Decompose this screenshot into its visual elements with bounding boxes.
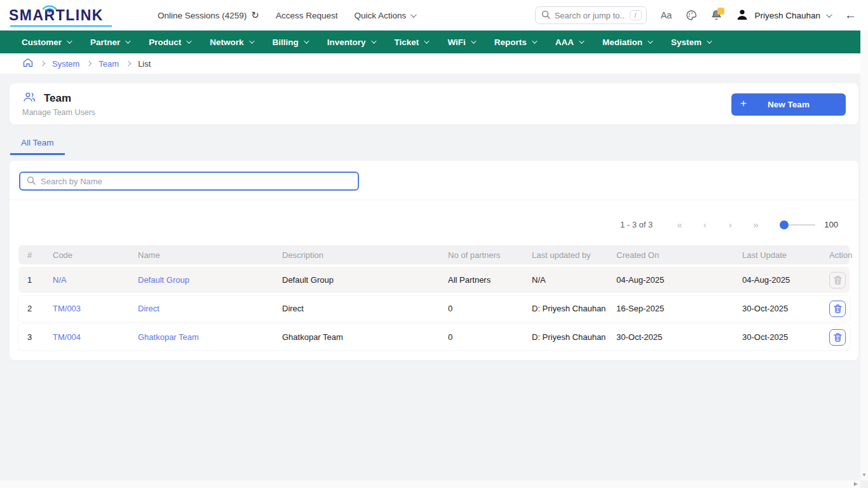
chevron-down-icon xyxy=(410,11,417,18)
pagination: 1 - 3 of 3 « ‹ › » 100 xyxy=(10,200,858,238)
cell-updated-by: D: Priyesh Chauhan xyxy=(523,332,607,342)
slider-thumb[interactable] xyxy=(780,220,789,229)
scroll-down-arrow-icon[interactable]: ▼ xyxy=(862,473,867,478)
chevron-down-icon xyxy=(186,38,191,43)
cell-partners: 0 xyxy=(439,332,523,342)
pagination-last-button[interactable]: » xyxy=(743,219,768,230)
cell-partners: All Partners xyxy=(439,275,523,285)
cell-name-link[interactable]: Default Group xyxy=(129,275,273,285)
page-title: Team xyxy=(44,92,71,105)
home-icon[interactable] xyxy=(23,58,33,69)
pagination-range: 1 - 3 of 3 xyxy=(620,220,653,229)
horizontal-scrollbar[interactable] xyxy=(0,480,868,488)
user-menu[interactable]: Priyesh Chauhan xyxy=(736,8,831,23)
vertical-scrollbar[interactable] xyxy=(860,0,868,488)
logo-underline xyxy=(10,25,112,27)
pagination-next-button[interactable]: › xyxy=(717,219,743,230)
search-icon xyxy=(541,10,550,21)
main-content: Team Manage Team Users + New Team All Te… xyxy=(0,74,868,360)
logo-text: SMARTLINK xyxy=(9,8,121,23)
cell-index: 2 xyxy=(18,304,44,313)
delete-team-button[interactable] xyxy=(829,301,846,317)
col-header-updated-by: Last updated by xyxy=(523,250,607,260)
page-size-slider[interactable] xyxy=(780,220,815,229)
table-header-row: # Code Name Description No of partners L… xyxy=(18,245,850,264)
cell-code-link[interactable]: TM/004 xyxy=(44,332,129,342)
nav-item-aaa[interactable]: AAA xyxy=(555,37,583,47)
breadcrumb-separator xyxy=(40,61,45,66)
breadcrumb: System Team List xyxy=(0,53,868,74)
search-icon xyxy=(27,176,36,187)
nav-item-system[interactable]: System xyxy=(671,37,710,47)
nav-item-product[interactable]: Product xyxy=(149,37,190,47)
breadcrumb-list: List xyxy=(138,59,151,69)
chevron-down-icon xyxy=(125,38,130,43)
cell-index: 3 xyxy=(18,332,44,342)
col-header-description: Description xyxy=(273,250,439,260)
chevron-down-icon xyxy=(67,38,72,43)
access-request-link[interactable]: Access Request xyxy=(276,11,338,20)
nav-item-reports[interactable]: Reports xyxy=(494,37,536,47)
breadcrumb-team[interactable]: Team xyxy=(98,59,119,69)
plus-icon: + xyxy=(740,97,747,110)
quick-actions-menu[interactable]: Quick Actions xyxy=(354,11,415,20)
online-sessions[interactable]: Online Sessions (4259) ↻ xyxy=(158,10,259,21)
notification-badge xyxy=(717,8,724,15)
search-by-name-input[interactable] xyxy=(41,177,351,186)
smartlink-logo[interactable]: SMARTLINK xyxy=(9,8,121,23)
theme-palette-icon[interactable] xyxy=(686,10,697,21)
nav-item-billing[interactable]: Billing xyxy=(273,37,308,47)
global-search-input[interactable]: Search or jump to... / xyxy=(535,6,647,24)
user-name: Priyesh Chauhan xyxy=(754,11,820,20)
chevron-down-icon xyxy=(648,38,653,43)
top-header: SMARTLINK Online Sessions (4259) ↻ Acces… xyxy=(0,0,868,30)
pagination-first-button[interactable]: « xyxy=(667,219,692,230)
col-header-index: # xyxy=(18,250,44,260)
nav-item-network[interactable]: Network xyxy=(210,37,252,47)
online-sessions-label: Online Sessions (4259) xyxy=(158,11,247,20)
col-header-partners: No of partners xyxy=(439,250,523,260)
page-size-value: 100 xyxy=(824,220,838,229)
col-header-created-on: Created On xyxy=(607,250,733,260)
avatar-icon xyxy=(736,8,749,23)
page-subtitle: Manage Team Users xyxy=(22,108,95,117)
cell-created-on: 04-Aug-2025 xyxy=(607,275,733,285)
wifi-signal-icon xyxy=(41,3,58,15)
new-team-button[interactable]: + New Team xyxy=(731,93,846,116)
cell-name-link[interactable]: Direct xyxy=(129,304,273,313)
col-header-name: Name xyxy=(129,250,273,260)
nav-item-wifi[interactable]: WiFi xyxy=(447,37,474,47)
breadcrumb-system[interactable]: System xyxy=(52,59,79,69)
col-header-last-update: Last Update xyxy=(733,250,820,260)
global-search-placeholder: Search or jump to... xyxy=(555,11,625,20)
cell-created-on: 30-Oct-2025 xyxy=(607,332,733,342)
nav-item-inventory[interactable]: Inventory xyxy=(327,37,375,47)
scrollbar-corner xyxy=(860,480,868,488)
cell-name-link[interactable]: Ghatkopar Team xyxy=(129,332,273,342)
cell-code-link[interactable]: TM/003 xyxy=(44,304,129,313)
table-row: 3 TM/004 Ghatkopar Team Ghatkopar Team 0… xyxy=(18,324,850,350)
pagination-prev-button[interactable]: ‹ xyxy=(692,219,717,230)
nav-item-partner[interactable]: Partner xyxy=(90,37,129,47)
team-tabs: All Team xyxy=(10,133,858,155)
back-arrow-icon[interactable]: ← xyxy=(844,8,857,22)
tab-all-team[interactable]: All Team xyxy=(10,133,65,155)
cell-description: Direct xyxy=(273,304,439,313)
cell-updated-by: D: Priyesh Chauhan xyxy=(523,304,607,313)
col-header-action: Action xyxy=(820,250,850,260)
slash-key-hint: / xyxy=(630,10,642,20)
font-size-toggle[interactable]: Aa xyxy=(661,10,672,20)
nav-item-mediation[interactable]: Mediation xyxy=(602,37,651,47)
nav-item-ticket[interactable]: Ticket xyxy=(395,37,428,47)
scroll-right-arrow-icon[interactable]: ▶ xyxy=(854,482,858,487)
refresh-icon[interactable]: ↻ xyxy=(251,10,259,21)
delete-team-button[interactable] xyxy=(829,329,846,346)
breadcrumb-separator xyxy=(126,61,131,66)
cell-code-link[interactable]: N/A xyxy=(44,275,129,285)
cell-last-update: 30-Oct-2025 xyxy=(733,304,820,313)
cell-index: 1 xyxy=(18,275,44,285)
notifications-bell-icon[interactable] xyxy=(711,10,722,21)
quick-actions-label: Quick Actions xyxy=(354,11,406,20)
nav-item-customer[interactable]: Customer xyxy=(22,37,71,47)
chevron-down-icon xyxy=(826,11,832,18)
